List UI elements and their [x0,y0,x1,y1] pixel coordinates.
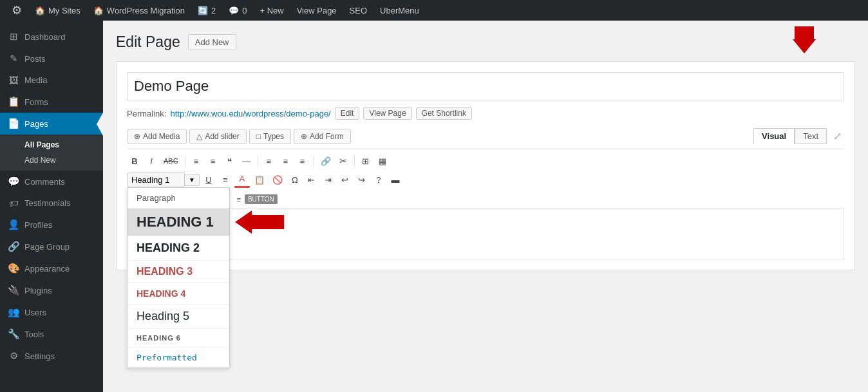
dropdown-h1[interactable]: HEADING 1 [127,209,229,236]
sidebar-item-forms[interactable]: 📋 Forms [0,91,103,113]
dropdown-h4[interactable]: HEADING 4 [127,283,229,304]
page-title-input[interactable] [127,72,844,100]
wp-more-button[interactable]: ▬ [388,173,403,187]
sidebar-item-plugins[interactable]: 🔌 Plugins [0,279,103,301]
align-center-button[interactable]: ≡ [278,154,294,169]
heading-select-wrapper: Heading 1 ▼ Paragraph HEADING 1 [127,173,200,187]
add-new-button[interactable]: Add New [188,34,236,50]
hr-button[interactable]: — [239,154,254,169]
wordpress-icon: ⚙ [12,3,22,17]
align-right-button[interactable]: ≡ [295,154,310,169]
sidebar-item-posts[interactable]: ✎ Posts [0,48,103,70]
table2-button[interactable]: ▦ [375,154,390,169]
permalink-url[interactable]: http://www.wou.edu/wordpress/demo-page/ [170,109,330,118]
sidebar-item-testimonials[interactable]: 🏷 Testimonials [0,192,103,214]
align-left-button[interactable]: ≡ [261,154,277,169]
outdent-button[interactable]: ⇤ [304,173,319,187]
heading-select-arrow[interactable]: ▼ [185,174,200,186]
testimonials-icon: 🏷 [8,198,19,209]
permalink-edit-button[interactable]: Edit [335,107,360,120]
strikethrough-button[interactable]: ABC [160,154,182,167]
clear-format-button[interactable]: 🚫 [269,173,286,187]
refresh-icon: 🔄 [198,6,208,15]
justify-button[interactable]: ≡ [218,173,233,187]
sidebar-item-profiles[interactable]: 👤 Profiles [0,214,103,236]
custom-button-button[interactable]: BUTTON [245,194,278,204]
sidebar-item-pages[interactable]: 📄 Pages [0,113,103,135]
dropdown-h2[interactable]: HEADING 2 [127,236,229,261]
adminbar-view-page[interactable]: View Page [290,0,343,21]
tab-visual[interactable]: Visual [753,128,795,144]
adminbar-my-sites[interactable]: 🏠 My Sites [28,0,87,21]
separator2 [258,155,258,167]
sidebar-item-media[interactable]: 🖼 Media [0,70,103,91]
sidebar-active-arrow [97,113,103,136]
redo-button[interactable]: ↪ [354,173,370,187]
sidebar-item-appearance[interactable]: 🎨 Appearance [0,257,103,279]
ol-button[interactable]: ≡ [205,154,221,169]
heading-select[interactable]: Heading 1 [127,173,185,187]
add-form-button[interactable]: ⊕ Add Form [294,129,351,144]
undo-button[interactable]: ↩ [337,173,353,187]
appearance-icon: 🎨 [8,263,19,274]
sidebar-item-dashboard[interactable]: ⊞ Dashboard [0,26,103,48]
unlink-button[interactable]: ✂ [335,153,351,169]
site-icon: 🏠 [93,6,104,15]
view-page-button[interactable]: View Page [363,107,411,120]
indent-button[interactable]: ⇥ [321,173,336,187]
slider-icon: △ [196,132,202,141]
tab-text[interactable]: Text [795,128,827,144]
link-button[interactable]: 🔗 [317,154,334,169]
add-media-button[interactable]: ⊕ Add Media [127,129,187,144]
adminbar-new[interactable]: + New [253,0,290,21]
media-toolbar-right: Visual Text ⤢ [753,127,844,145]
sidebar-item-page-group[interactable]: 🔗 Page Group [0,236,103,257]
underline-button[interactable]: U [201,173,216,187]
ul-button[interactable]: ≡ [189,154,204,169]
list-button[interactable]: ≡ [234,194,243,205]
page-header: Edit Page Add New [116,33,855,51]
adminbar-wp-logo[interactable]: ⚙ [5,0,28,21]
italic-button[interactable]: I [144,154,159,169]
table-button[interactable]: ⊞ [358,154,373,169]
dropdown-paragraph[interactable]: Paragraph [127,188,229,209]
separator3 [314,155,314,167]
types-button[interactable]: □ Types [249,129,291,144]
help-button[interactable]: ? [371,173,386,187]
adminbar-updates[interactable]: 🔄 2 [191,0,222,21]
red-arrow-down-head [793,39,816,53]
bold-button[interactable]: B [127,154,142,169]
pages-submenu: All Pages Add New [0,135,103,171]
forms-icon: 📋 [8,96,19,107]
main-content: Edit Page Add New Permalink: http://www.… [103,21,868,392]
sidebar-item-comments[interactable]: 💬 Comments [0,171,103,192]
sidebar-sub-add-new[interactable]: Add New [0,153,103,168]
layout: ⊞ Dashboard ✎ Posts 🖼 Media 📋 Forms 📄 Pa… [0,21,868,392]
dropdown-preformatted[interactable]: Preformatted [127,348,229,368]
paste-text-button[interactable]: 📋 [251,173,268,187]
red-arrow-left-container [235,210,284,234]
dropdown-h6[interactable]: HEADING 6 [127,329,229,348]
expand-icon[interactable]: ⤢ [831,127,844,145]
sidebar-item-users[interactable]: 👥 Users [0,301,103,323]
blockquote-button[interactable]: ❝ [222,154,238,169]
users-icon: 👥 [8,306,19,318]
media-toolbar: ⊕ Add Media △ Add slider □ Types ⊕ Add F… [127,127,844,149]
get-shortlink-button[interactable]: Get Shortlink [416,107,472,120]
adminbar-comments[interactable]: 💬 0 [222,0,253,21]
adminbar-wp-migration[interactable]: 🏠 WordPress Migration [87,0,191,21]
dropdown-h5[interactable]: Heading 5 [127,304,229,329]
fmt-toolbar-row4: 1/3 2/3 1/4 3/4 1/5 → ⊙ ≡ BUTTON [127,193,844,205]
sidebar-item-settings[interactable]: ⚙ Settings [0,345,103,367]
sidebar-item-tools[interactable]: 🔧 Tools [0,323,103,345]
text-color-button[interactable]: A [234,171,250,188]
adminbar-ubermenu[interactable]: UberMenu [373,0,426,21]
tools-icon: 🔧 [8,328,19,340]
special-chars-button[interactable]: Ω [287,173,303,187]
dropdown-h3[interactable]: HEADING 3 [127,261,229,283]
admin-bar: ⚙ 🏠 My Sites 🏠 WordPress Migration 🔄 2 💬… [0,0,868,21]
red-arrow-left-head [235,210,252,234]
sidebar-sub-all-pages[interactable]: All Pages [0,137,103,153]
add-slider-button[interactable]: △ Add slider [189,129,246,144]
adminbar-seo[interactable]: SEO [343,0,373,21]
